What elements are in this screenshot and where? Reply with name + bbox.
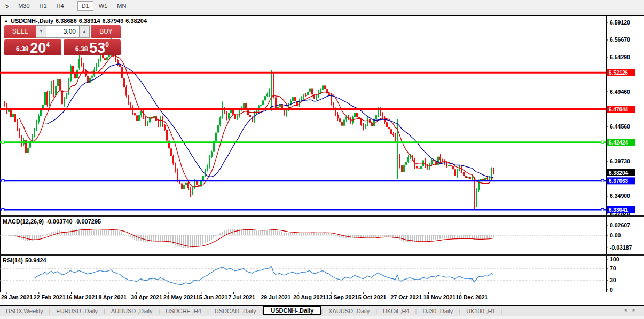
ohlc-open: 6.38686: [56, 18, 77, 24]
timeframe-button-h1[interactable]: H1: [35, 1, 51, 11]
rsi-axis-tick: 100: [610, 256, 619, 262]
macd-value-signal: -0.007295: [75, 218, 101, 225]
ohlc-close: 6.38204: [125, 18, 147, 24]
macd-histogram: [8, 228, 494, 248]
timeframe-button-w1[interactable]: W1: [95, 1, 112, 11]
macd-value-main: -0.003740: [46, 218, 73, 225]
rsi-line: [34, 266, 493, 285]
one-click-trade-panel: SELL ▼ 3.00 ▲ BUY 6.38204 6.38530: [4, 25, 121, 55]
date-axis-tick: 18 Nov 2021: [423, 294, 455, 300]
rsi-value: 50.9424: [25, 257, 46, 264]
chart-window: 6.591206.566706.542906.518406.494606.445…: [0, 15, 644, 305]
chart-tab-audusd[interactable]: AUDUSD-,Daily: [105, 307, 159, 315]
date-axis-tick: 27 Oct 2021: [391, 294, 422, 300]
chart-tab-dj30[interactable]: DJ30-,Daily: [417, 307, 459, 315]
ask-price-sup: 0: [105, 41, 109, 49]
chart-tab-xauusd[interactable]: XAUUSD-,Daily: [323, 307, 375, 315]
volume-decrease-button[interactable]: ▼: [36, 25, 46, 38]
pivot-line-price-label: 6.42424: [609, 140, 629, 146]
support-line-1-price-label: 6.37063: [609, 178, 629, 184]
resistance-line-1-price-label: 6.52126: [609, 70, 629, 76]
macd-name: MACD(12,26,9): [3, 218, 44, 225]
macd-indicator-label: MACD(12,26,9)-0.003740-0.007295: [3, 218, 103, 225]
chart-tab-usdchf[interactable]: USDCHF-,H4: [160, 307, 207, 315]
timeframe-button-m30[interactable]: M30: [14, 1, 34, 11]
pane-splitter-rsi[interactable]: [0, 254, 644, 256]
ohlc-high: 6.38914: [79, 18, 100, 24]
chart-tab-usdcnh[interactable]: USDCNH-,Daily: [263, 306, 321, 315]
sell-button[interactable]: SELL: [4, 25, 36, 38]
date-axis-tick: 8 Apr 2021: [98, 294, 127, 300]
timeframe-button-5[interactable]: 5: [1, 1, 13, 11]
macd-axis-tick: 0.00: [610, 232, 621, 238]
price-axis-tick: 6.44560: [610, 123, 630, 130]
timeframe-button-mn[interactable]: MN: [113, 1, 130, 11]
support-line-1-handle-right[interactable]: [601, 179, 604, 182]
ohlc-header: ▲USDCNH-,Daily6.386866.389146.379496.382…: [4, 18, 149, 24]
toolbar-separator: [135, 2, 135, 10]
date-axis-tick: 15 Jun 2021: [196, 294, 228, 300]
price-axis-tick: 6.59120: [610, 19, 630, 26]
support-line-1-handle-left[interactable]: [2, 179, 4, 182]
resistance-line-2-price-label: 6.47044: [609, 107, 629, 113]
bid-quote-button[interactable]: 6.38204: [4, 39, 61, 55]
bid-price-sup: 4: [46, 41, 50, 49]
volume-input[interactable]: 3.00: [46, 25, 79, 38]
ohlc-low: 6.37949: [103, 18, 124, 24]
pivot-line-handle-left[interactable]: [2, 141, 4, 143]
tab-separator: |: [501, 308, 503, 314]
timeframe-button-d1[interactable]: D1: [77, 1, 93, 11]
support-line-2-handle-right[interactable]: [601, 208, 604, 211]
toolbar-separator: [73, 2, 73, 10]
symbol-tab-bar: USDX,Weekly|EURUSD-,Daily|AUDUSD-,Daily|…: [0, 305, 644, 316]
chart-tab-usdcad[interactable]: USDCAD-,Daily: [209, 307, 262, 315]
volume-increase-button[interactable]: ▲: [79, 25, 90, 38]
bid-price-small: 6.38: [16, 45, 28, 53]
price-axis-tick: 6.49460: [610, 89, 630, 95]
pivot-line-handle-right[interactable]: [601, 141, 604, 143]
date-axis-tick: 10 Dec 2021: [455, 294, 488, 300]
ask-price-big: 53: [89, 42, 105, 54]
date-axis-tick: 22 Feb 2021: [34, 294, 66, 300]
tab-scroll-left-icon[interactable]: ◄: [623, 307, 632, 313]
timeframe-toolbar: 5M30H1H4D1W1MN: [0, 0, 644, 12]
rsi-axis-tick: 70: [610, 265, 616, 272]
tab-scroll-arrows[interactable]: ◄►: [623, 307, 641, 313]
rsi-name: RSI(14): [3, 257, 23, 264]
ask-price-small: 6.38: [75, 45, 88, 53]
status-strip: [0, 316, 644, 319]
date-axis-tick: 13 Sep 2021: [326, 294, 358, 300]
buy-button[interactable]: BUY: [91, 25, 121, 38]
date-axis-tick: 20 Aug 2021: [293, 294, 326, 300]
date-axis-tick: 7 Jul 2021: [229, 294, 255, 300]
ma-fast-line[interactable]: [19, 55, 493, 186]
date-axis-tick: 5 Oct 2021: [358, 294, 387, 300]
rsi-axis-tick: 30: [610, 277, 616, 283]
chart-tab-ukoil[interactable]: UKOil-,H4: [377, 307, 415, 315]
collapse-icon[interactable]: ▲: [4, 19, 8, 22]
date-axis-tick: 16 Mar 2021: [66, 294, 98, 300]
chart-tab-eurusd[interactable]: EURUSD-,Daily: [50, 307, 104, 315]
ask-quote-button[interactable]: 6.38530: [64, 39, 121, 55]
macd-axis-tick: 0.02607: [610, 222, 630, 228]
current-price-label: 6.38204: [609, 170, 629, 176]
rsi-indicator-label: RSI(14)50.9424: [3, 257, 49, 264]
support-line-2-handle-left[interactable]: [2, 208, 4, 211]
date-axis-tick: 29 Jan 2021: [1, 294, 33, 300]
chart-tab-usdx[interactable]: USDX,Weekly: [0, 307, 49, 315]
rsi-axis-tick: 0: [610, 286, 613, 293]
timeframe-button-h4[interactable]: H4: [52, 1, 68, 11]
pane-splitter-macd[interactable]: [0, 215, 644, 217]
macd-axis-tick: -0.03187: [610, 244, 632, 251]
support-line-2-price-label: 6.33041: [609, 207, 629, 213]
symbol-label: USDCNH-,Daily: [11, 18, 53, 24]
date-axis-tick: 30 Apr 2021: [131, 294, 162, 300]
price-chart[interactable]: 6.591206.566706.542906.518406.494606.445…: [0, 15, 644, 305]
tab-scroll-right-icon[interactable]: ►: [632, 307, 641, 313]
date-axis-tick: 24 May 2021: [163, 294, 196, 300]
price-axis-tick: 6.39730: [610, 158, 630, 164]
bid-price-big: 20: [30, 42, 46, 54]
price-axis-tick: 6.54290: [610, 54, 630, 60]
chart-tab-uk100[interactable]: UK100-,H1: [460, 307, 501, 315]
date-axis-tick: 29 Jul 2021: [261, 294, 290, 300]
